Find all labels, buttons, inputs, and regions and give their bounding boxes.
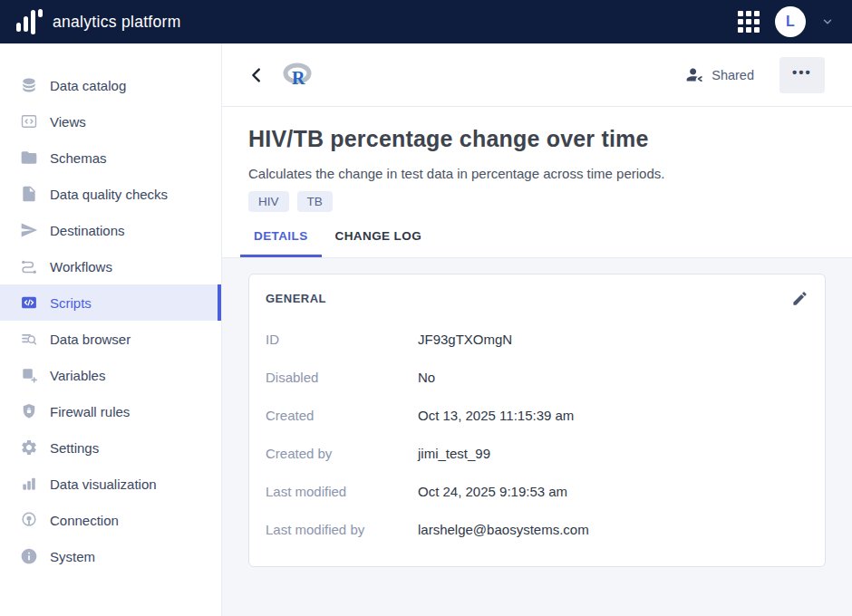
- detail-toolbar: R Shared •••: [222, 43, 852, 107]
- sidebar-item-label: Workflows: [50, 259, 112, 274]
- row-value: Oct 24, 2025 9:19:53 am: [418, 484, 567, 499]
- data-search-icon: [20, 330, 38, 348]
- tab-details[interactable]: DETAILS: [240, 229, 322, 257]
- sidebar: Data catalog Views Schemas Data quality …: [0, 43, 222, 616]
- sidebar-item-label: Schemas: [50, 150, 107, 166]
- chevron-left-icon: [247, 65, 266, 85]
- sidebar-item-system[interactable]: System: [0, 538, 221, 574]
- sidebar-item-label: Data catalog: [50, 78, 126, 93]
- sidebar-item-label: Connection: [50, 513, 119, 528]
- back-button[interactable]: [245, 63, 268, 87]
- gear-icon: [20, 438, 38, 457]
- variable-plus-icon: [20, 366, 38, 384]
- sidebar-item-label: Settings: [50, 440, 99, 456]
- sidebar-item-label: Data browser: [50, 332, 131, 347]
- r-language-icon: R: [283, 63, 314, 88]
- tag-list: HIV TB: [248, 191, 825, 212]
- sidebar-item-data-browser[interactable]: Data browser: [0, 321, 221, 357]
- sidebar-item-label: Variables: [50, 368, 105, 383]
- detail-row-id: ID JF93gTXOmgN: [266, 320, 808, 358]
- row-label: ID: [266, 332, 418, 347]
- sidebar-item-data-quality-checks[interactable]: Data quality checks: [0, 176, 221, 212]
- page-title: HIV/TB percentage change over time: [248, 126, 825, 152]
- paper-plane-icon: [20, 221, 38, 239]
- topbar: analytics platform L: [0, 0, 852, 43]
- sidebar-item-connection[interactable]: Connection: [0, 502, 221, 538]
- sidebar-item-views[interactable]: Views: [0, 103, 221, 140]
- detail-row-disabled: Disabled No: [266, 358, 808, 396]
- sidebar-item-label: Data visualization: [50, 476, 157, 492]
- tag-chip: HIV: [248, 191, 289, 212]
- shared-label: Shared: [712, 68, 754, 82]
- sidebar-item-scripts[interactable]: Scripts: [0, 284, 221, 321]
- apps-grid-icon[interactable]: [738, 11, 760, 33]
- card-heading: GENERAL: [266, 292, 326, 305]
- tag-chip: TB: [297, 191, 333, 212]
- detail-rows: ID JF93gTXOmgN Disabled No Created Oct 1…: [266, 320, 808, 548]
- row-value: larshelge@baosystems.com: [418, 522, 589, 537]
- row-value: jimi_test_99: [418, 446, 490, 461]
- folder-icon: [20, 149, 38, 167]
- sidebar-item-label: Destinations: [50, 223, 125, 238]
- sidebar-item-workflows[interactable]: Workflows: [0, 248, 221, 284]
- row-label: Last modified by: [266, 522, 418, 537]
- sidebar-item-label: Firewall rules: [50, 404, 130, 419]
- sidebar-item-data-visualization[interactable]: Data visualization: [0, 466, 221, 502]
- ellipsis-icon: •••: [792, 64, 812, 80]
- sidebar-item-destinations[interactable]: Destinations: [0, 212, 221, 248]
- person-share-icon: [684, 65, 703, 84]
- row-label: Last modified: [266, 484, 418, 499]
- database-icon: [20, 76, 38, 94]
- main-content: R Shared ••• HIV/TB percentage change ov…: [222, 43, 852, 616]
- code-script-icon: [20, 294, 38, 312]
- sidebar-item-label: Data quality checks: [50, 187, 168, 202]
- tab-bar: DETAILS CHANGE LOG: [222, 229, 852, 257]
- pencil-icon: [791, 290, 808, 307]
- soundwave-bars-icon: [16, 7, 43, 36]
- sidebar-item-variables[interactable]: Variables: [0, 357, 221, 393]
- shield-lock-icon: [20, 402, 38, 420]
- tab-change-log[interactable]: CHANGE LOG: [322, 229, 436, 257]
- code-view-icon: [20, 112, 38, 130]
- broadcast-icon: [20, 511, 38, 529]
- brand-name: analytics platform: [53, 13, 181, 32]
- info-icon: [20, 547, 38, 565]
- shared-button[interactable]: Shared: [684, 65, 754, 84]
- detail-row-created-by: Created by jimi_test_99: [266, 434, 808, 472]
- sidebar-item-label: Scripts: [50, 295, 92, 311]
- sidebar-item-schemas[interactable]: Schemas: [0, 140, 221, 176]
- row-label: Disabled: [266, 370, 418, 385]
- svg-text:R: R: [292, 68, 305, 88]
- document-check-icon: [20, 185, 38, 203]
- sidebar-item-firewall-rules[interactable]: Firewall rules: [0, 393, 221, 429]
- more-actions-button[interactable]: •••: [779, 57, 825, 93]
- sidebar-item-data-catalog[interactable]: Data catalog: [0, 67, 221, 103]
- page-header: HIV/TB percentage change over time Calcu…: [222, 107, 852, 212]
- workflow-icon: [20, 257, 38, 275]
- bar-chart-icon: [20, 475, 38, 493]
- tab-content: GENERAL ID JF93gTXOmgN Disabled No: [222, 257, 852, 616]
- avatar[interactable]: L: [775, 6, 806, 37]
- row-label: Created by: [266, 446, 418, 461]
- sidebar-item-label: System: [50, 549, 95, 564]
- general-card: GENERAL ID JF93gTXOmgN Disabled No: [248, 274, 826, 567]
- page-description: Calculates the change in test data in pe…: [248, 166, 825, 181]
- row-value: No: [418, 370, 435, 385]
- sidebar-item-label: Views: [50, 114, 86, 130]
- brand-logo: analytics platform: [16, 7, 181, 36]
- chevron-down-icon[interactable]: [821, 15, 834, 28]
- sidebar-item-settings[interactable]: Settings: [0, 429, 221, 466]
- row-value: Oct 13, 2025 11:15:39 am: [418, 408, 574, 423]
- detail-row-last-modified-by: Last modified by larshelge@baosystems.co…: [266, 510, 808, 548]
- row-value: JF93gTXOmgN: [418, 332, 512, 347]
- detail-row-last-modified: Last modified Oct 24, 2025 9:19:53 am: [266, 472, 808, 510]
- detail-row-created: Created Oct 13, 2025 11:15:39 am: [266, 396, 808, 434]
- row-label: Created: [266, 408, 418, 423]
- edit-button[interactable]: [791, 290, 808, 307]
